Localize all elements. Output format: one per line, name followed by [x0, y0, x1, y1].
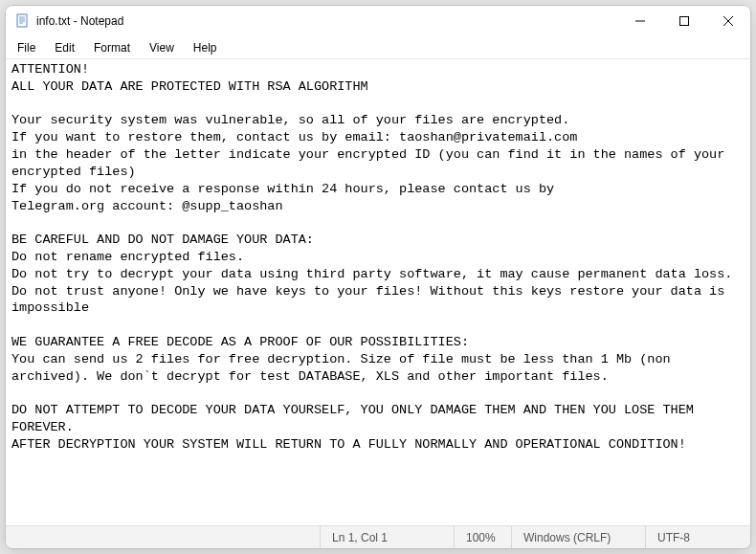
window-controls	[618, 6, 750, 36]
minimize-icon	[635, 16, 645, 26]
status-zoom-level: 100%	[454, 526, 511, 548]
menu-format[interactable]: Format	[84, 38, 140, 57]
window-title: info.txt - Notepad	[36, 14, 618, 28]
notepad-icon	[15, 13, 31, 29]
status-cursor-position: Ln 1, Col 1	[320, 526, 454, 548]
titlebar[interactable]: info.txt - Notepad	[6, 6, 750, 36]
menubar: File Edit Format View Help	[6, 36, 750, 59]
menu-file[interactable]: File	[8, 38, 45, 57]
notepad-window: info.txt - Notepad File Edit Format View…	[5, 5, 751, 549]
close-icon	[723, 16, 733, 26]
status-encoding: UTF-8	[645, 526, 750, 548]
text-editor-area[interactable]: ATTENTION! ALL YOUR DATA ARE PROTECTED W…	[6, 59, 750, 525]
menu-view[interactable]: View	[140, 38, 184, 57]
menu-edit[interactable]: Edit	[45, 38, 84, 57]
status-blank	[6, 526, 168, 548]
menu-help[interactable]: Help	[184, 38, 227, 57]
statusbar: Ln 1, Col 1 100% Windows (CRLF) UTF-8	[6, 525, 750, 548]
maximize-button[interactable]	[662, 6, 706, 36]
status-line-endings: Windows (CRLF)	[511, 526, 645, 548]
minimize-button[interactable]	[618, 6, 662, 36]
maximize-icon	[679, 16, 689, 26]
close-button[interactable]	[706, 6, 750, 36]
svg-rect-6	[680, 17, 689, 26]
